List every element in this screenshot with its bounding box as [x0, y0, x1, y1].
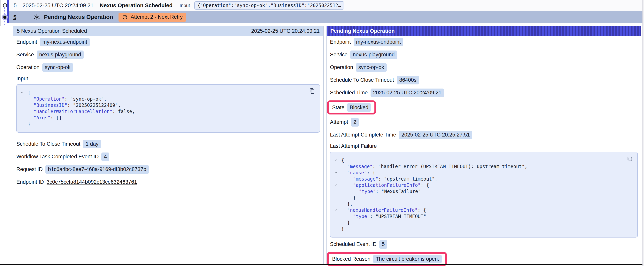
json-line: "HandlerWaitForCancellation": false, [17, 108, 302, 115]
copy-icon[interactable] [626, 155, 633, 162]
field-label: Schedule To Close Timeout [16, 141, 80, 147]
collapse-chevron-icon[interactable] [334, 183, 338, 187]
pending-event-id-link[interactable]: 5 [13, 14, 16, 20]
scrollbar-track[interactable] [642, 0, 644, 266]
json-line: }, [330, 201, 620, 207]
field-value-badge: Blocked [347, 103, 371, 112]
detail-field-scheduled-time: Scheduled Time2025-02-25 UTC 20:24:09.21 [330, 86, 638, 99]
timeline-active-bar [8, 0, 9, 23]
annotation-highlight-box: StateBlocked [327, 100, 376, 114]
field-label: Endpoint ID [16, 179, 44, 185]
field-value-badge: my-nexus-endpoint [354, 38, 404, 46]
json-line: "Args": [] [17, 115, 302, 121]
detail-field-scheduled-event-id: Scheduled Event ID5 [330, 238, 638, 250]
timeline-node-current-icon [2, 14, 8, 20]
field-label: Operation [16, 64, 40, 70]
workflow-history-view: 5 2025-02-25 UTC 20:24:09.21 Nexus Opera… [0, 0, 644, 266]
viewport-bottom-edge [0, 264, 642, 265]
field-value-badge: sync-op-ok [356, 63, 387, 72]
pending-operation-title: Pending Nexus Operation [44, 14, 113, 20]
collapse-chevron-icon[interactable] [21, 91, 24, 94]
field-label: Workflow Task Completed Event ID [16, 154, 99, 160]
detail-field-schedule-to-close-timeout: Schedule To Close Timeout86400s [330, 74, 638, 86]
event-detail-panel: 5 Nexus Operation Scheduled 2025-02-25 U… [13, 26, 324, 264]
timeline-node-open-icon [3, 3, 7, 8]
json-line: "applicationFailureInfo": { [330, 182, 620, 188]
copy-icon[interactable] [309, 88, 315, 94]
field-value-badge: 2025-02-25 UTC 20:25:27.51 [399, 131, 472, 139]
field-value-badge: 2 [351, 118, 359, 127]
collapse-chevron-icon[interactable] [334, 171, 338, 174]
json-line: "type": "UPSTREAM_TIMEOUT" [330, 213, 620, 220]
json-line: "type": "NexusFailure" [330, 188, 620, 195]
event-detail-panel-title: 5 Nexus Operation Scheduled [17, 28, 87, 34]
field-label: Service [16, 52, 34, 58]
field-value-badge: sync-op-ok [42, 63, 73, 72]
json-viewer: {"Operation": "sync-op-ok","BusinessID":… [16, 84, 320, 133]
section-label-input: Input [16, 74, 320, 84]
json-line: "BusinessID": "20250225122409", [17, 102, 302, 108]
field-value-badge: 2025-02-25 UTC 20:24:09.21 [370, 89, 444, 97]
json-line: "Operation": "sync-op-ok", [17, 96, 302, 102]
field-value-badge: 1 day [83, 140, 101, 148]
detail-field-operation: Operationsync-op-ok [330, 61, 638, 74]
event-input-label: Input [180, 3, 190, 8]
json-line: "nexusHandlerFailureInfo": { [330, 207, 620, 213]
event-detail-panel-time: 2025-02-25 UTC 20:24:09.21 [251, 28, 320, 34]
json-line: "message": "handler error (UPSTREAM_TIME… [330, 163, 620, 170]
retry-icon [122, 14, 128, 20]
detail-field-last-attempt-complete-time: Last Attempt Complete Time2025-02-25 UTC… [330, 129, 638, 141]
detail-field-endpoint: Endpointmy-nexus-endpoint [330, 36, 638, 48]
field-label: Last Attempt Complete Time [330, 132, 396, 138]
event-time: 2025-02-25 UTC 20:24:09.21 [22, 2, 94, 9]
json-line: { [330, 157, 620, 163]
field-label: State [332, 105, 344, 111]
pending-asterisk-icon [34, 14, 40, 21]
event-input-preview-badge[interactable]: {"Operation":"sync-op-ok","BusinessID":"… [194, 1, 344, 10]
event-detail-panel-header: 5 Nexus Operation Scheduled 2025-02-25 U… [13, 26, 323, 36]
field-value-badge: 86400s [397, 76, 419, 84]
json-line: "cause": { [330, 170, 620, 176]
field-label: Schedule To Close Timeout [330, 77, 394, 83]
field-value-badge: The circuit breaker is open. [373, 255, 442, 263]
field-label: Scheduled Event ID [330, 241, 376, 247]
detail-field-state: StateBlocked [330, 99, 638, 116]
field-label: Blocked Reason [332, 256, 370, 262]
pending-operation-panel-title: Pending Nexus Operation [330, 28, 395, 34]
detail-field-operation: Operationsync-op-ok [16, 61, 320, 74]
detail-field-schedule-to-close-timeout: Schedule To Close Timeout1 day [16, 138, 320, 150]
collapse-chevron-icon[interactable] [334, 208, 338, 212]
event-title: Nexus Operation Scheduled [100, 2, 172, 9]
field-label: Attempt [330, 119, 348, 125]
field-value-badge: 4 [101, 152, 109, 161]
field-value-badge: nexus-playground [37, 51, 84, 59]
field-label: Scheduled Time [330, 90, 368, 96]
event-id-link[interactable]: 5 [14, 2, 17, 9]
retry-attempt-badge[interactable]: Attempt 2 · Next Retry [118, 13, 186, 22]
field-label: Operation [330, 64, 353, 70]
event-summary-row[interactable]: 5 2025-02-25 UTC 20:24:09.21 Nexus Opera… [9, 0, 642, 11]
detail-field-endpoint-id: Endpoint ID3c0c75ccfa8144b092c13ce632463… [16, 176, 320, 188]
json-line: } [330, 220, 620, 226]
detail-field-attempt: Attempt2 [330, 116, 638, 129]
json-line: } [330, 195, 620, 201]
json-viewer: {"message": "handler error (UPSTREAM_TIM… [330, 152, 638, 237]
detail-field-service: Servicenexus-playground [16, 48, 320, 61]
field-label: Endpoint [330, 39, 351, 45]
detail-field-service: Servicenexus-playground [330, 48, 638, 61]
detail-field-request-id: Request IDb1c6a4bc-8ee7-468a-9169-df3b02… [16, 163, 320, 176]
json-line: } [330, 226, 620, 232]
pending-operation-panel-header: Pending Nexus Operation [327, 26, 641, 36]
field-value-badge: 5 [379, 240, 387, 249]
json-line: } [17, 121, 302, 127]
field-value-link[interactable]: 3c0c75ccfa8144b092c13ce632463761 [46, 179, 137, 185]
field-label: Request ID [16, 166, 43, 172]
field-value-badge: my-nexus-endpoint [40, 38, 90, 46]
collapse-chevron-icon[interactable] [334, 159, 338, 162]
field-value-badge: nexus-playground [350, 51, 397, 59]
field-label: Service [330, 52, 348, 58]
field-label: Endpoint [16, 39, 37, 45]
pending-operation-row[interactable]: 5 Pending Nexus Operation Attempt 2 · Ne… [9, 11, 642, 23]
retry-badge-label: Attempt 2 · Next Retry [130, 14, 183, 20]
json-line: "message": "upstream timeout", [330, 176, 620, 182]
